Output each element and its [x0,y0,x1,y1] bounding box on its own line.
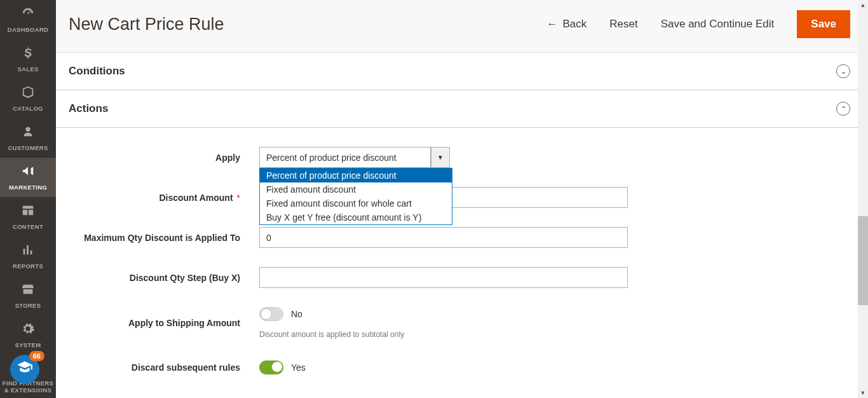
back-button[interactable]: ← Back [546,18,587,31]
max-qty-input[interactable] [259,227,628,248]
actions-section-header[interactable]: Actions ⌃ [56,90,868,128]
fab-badge: 66 [29,351,44,361]
sidebar-item-marketing[interactable]: MARKETING [0,158,56,197]
admin-sidebar: DASHBOARD SALES CATALOG CUSTOMERS MARKET… [0,0,56,398]
dashboard-icon [21,6,35,24]
sidebar-item-label: SALES [17,65,38,72]
apply-option[interactable]: Buy X get Y free (discount amount is Y) [260,210,452,224]
graduation-cap-icon [17,359,33,380]
storefront-icon [21,282,35,299]
apply-option[interactable]: Fixed amount discount for whole cart [260,196,452,210]
header-actions: ← Back Reset Save and Continue Edit Save [546,10,850,38]
discard-field: Discard subsequent rules Yes [69,360,850,374]
shipping-toggle[interactable] [259,307,283,321]
apply-dropdown: Percent of product price discount Fixed … [259,168,452,225]
sidebar-item-dashboard[interactable]: DASHBOARD [0,0,56,39]
shipping-field: Apply to Shipping Amount No Discount amo… [69,307,850,339]
qty-step-field: Discount Qty Step (Buy X) [69,267,850,288]
max-qty-label: Maximum Qty Discount is Applied To [69,233,259,243]
arrow-left-icon: ← [546,18,557,31]
vertical-scrollbar[interactable]: ▲ ▼ [858,0,868,398]
apply-field: Apply Percent of product price discount … [69,147,850,168]
sidebar-item-customers[interactable]: CUSTOMERS [0,118,56,158]
bar-chart-icon [21,243,35,260]
caret-down-icon[interactable]: ▼ [431,147,450,168]
main-content: New Cart Price Rule ← Back Reset Save an… [56,0,868,398]
help-fab[interactable]: 66 [10,355,39,384]
discard-value-label: Yes [291,362,306,373]
discard-toggle[interactable] [259,360,283,374]
sidebar-item-stores[interactable]: STORES [0,276,56,315]
sidebar-item-label-line2: & EXTENSIONS [4,387,51,394]
shipping-hint: Discount amount is applied to subtotal o… [259,330,628,339]
sidebar-item-catalog[interactable]: CATALOG [0,79,56,118]
person-icon [21,125,35,142]
save-button[interactable]: Save [797,10,850,38]
apply-option[interactable]: Fixed amount discount [260,182,452,196]
sidebar-item-label: SYSTEM [15,341,41,348]
sidebar-item-label: CUSTOMERS [8,144,48,151]
apply-option[interactable]: Percent of product price discount [260,168,452,182]
sidebar-item-reports[interactable]: REPORTS [0,237,56,276]
sidebar-item-sales[interactable]: SALES [0,39,56,79]
megaphone-icon [21,164,35,181]
sidebar-item-label: REPORTS [13,263,43,270]
layout-icon [21,203,35,221]
scroll-up-arrow-icon[interactable]: ▲ [858,0,868,10]
sidebar-item-label: DASHBOARD [8,26,48,33]
sidebar-item-label: CATALOG [13,105,43,112]
discount-amount-label: Discount Amount* [69,193,259,203]
conditions-section-header[interactable]: Conditions ⌄ [56,53,868,90]
box-icon [21,85,35,102]
discount-amount-field: Discount Amount* [69,187,850,208]
qty-step-input[interactable] [259,267,628,288]
scrollbar-thumb[interactable] [858,216,868,305]
sidebar-item-content[interactable]: CONTENT [0,197,56,237]
sidebar-item-label: MARKETING [9,184,47,191]
shipping-label: Apply to Shipping Amount [69,318,259,328]
scroll-down-arrow-icon[interactable]: ▼ [858,388,868,398]
actions-title: Actions [69,102,108,115]
back-label: Back [562,18,587,31]
max-qty-field: Maximum Qty Discount is Applied To [69,227,850,248]
page-title: New Cart Price Rule [69,15,224,34]
discard-label: Discard subsequent rules [69,362,259,373]
conditions-title: Conditions [69,65,125,78]
shipping-value-label: No [291,309,302,319]
apply-select[interactable]: Percent of product price discount ▼ Perc… [259,147,450,168]
page-header: New Cart Price Rule ← Back Reset Save an… [56,0,868,53]
qty-step-label: Discount Qty Step (Buy X) [69,273,259,283]
reset-button[interactable]: Reset [609,18,637,31]
actions-form: Apply Percent of product price discount … [56,128,868,398]
sidebar-item-label: STORES [15,302,41,309]
sidebar-item-system[interactable]: SYSTEM [0,315,56,355]
sidebar-item-label: CONTENT [13,223,43,230]
chevron-up-icon[interactable]: ⌃ [836,102,850,116]
apply-selected-value: Percent of product price discount [259,147,431,168]
apply-label: Apply [69,153,259,163]
save-continue-button[interactable]: Save and Continue Edit [661,18,775,31]
chevron-down-icon[interactable]: ⌄ [836,64,850,78]
gear-icon [21,322,35,339]
dollar-icon [21,46,35,63]
